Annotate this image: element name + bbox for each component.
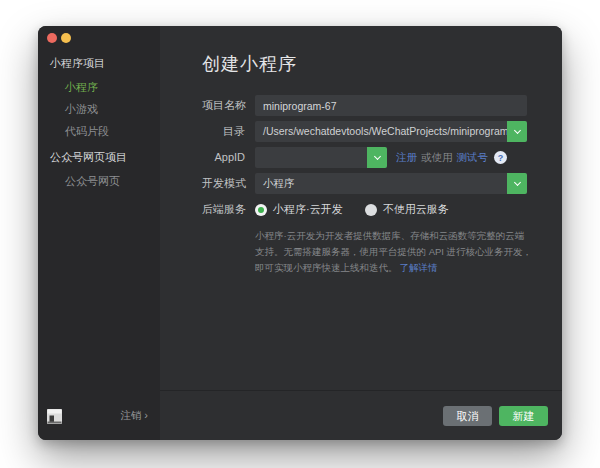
appid-label: AppID <box>202 147 255 168</box>
register-link[interactable]: 注册 <box>396 151 417 165</box>
directory-dropdown-button[interactable] <box>507 121 527 142</box>
project-name-row: 项目名称 <box>202 95 562 116</box>
project-type-nav: 小程序项目 小程序 小游戏 代码片段 公众号网页项目 公众号网页 <box>38 26 160 189</box>
dialog-footer: 取消 新建 <box>160 390 562 440</box>
dev-mode-dropdown-button[interactable] <box>507 173 527 194</box>
or-use-text: 或使用 <box>421 151 453 165</box>
create-miniprogram-window: 小程序项目 小程序 小游戏 代码片段 公众号网页项目 公众号网页 注销 › <box>38 26 562 440</box>
appid-select[interactable] <box>255 147 387 168</box>
help-icon[interactable]: ? <box>494 151 507 164</box>
create-button[interactable]: 新建 <box>499 406 548 426</box>
minimize-window-button[interactable] <box>61 33 71 43</box>
sidebar-section-miniprogram-projects: 小程序项目 <box>50 56 160 71</box>
sidebar-section-official-account-projects: 公众号网页项目 <box>50 150 160 165</box>
appid-links: 注册 或使用 测试号 ? <box>396 151 507 165</box>
directory-label: 目录 <box>202 121 255 142</box>
sidebar-item-miniprogram[interactable]: 小程序 <box>65 80 160 95</box>
directory-row: 目录 /Users/wechatdevtools/WeChatProjects/… <box>202 121 562 142</box>
radio-unselected-icon <box>365 204 377 216</box>
page-title: 创建小程序 <box>202 51 562 77</box>
create-form-panel: 创建小程序 项目名称 目录 /Users/wechatdevtools/WeCh… <box>160 26 562 390</box>
radio-cloud-dev[interactable]: 小程序·云开发 <box>255 202 343 217</box>
learn-more-link[interactable]: 了解详情 <box>400 262 438 273</box>
backend-service-row: 后端服务 小程序·云开发 不使用云服务 <box>202 199 562 220</box>
appid-dropdown-button[interactable] <box>367 147 387 168</box>
chevron-down-icon <box>513 179 520 186</box>
appid-row: AppID 注册 或使用 测试号 ? <box>202 147 562 168</box>
create-miniprogram-form: 项目名称 目录 /Users/wechatdevtools/WeChatProj… <box>202 95 562 276</box>
window-controls <box>47 33 71 43</box>
radio-cloud-dev-label: 小程序·云开发 <box>273 202 343 217</box>
backend-service-options: 小程序·云开发 不使用云服务 <box>255 199 449 220</box>
appid-value <box>255 147 367 168</box>
cancel-button[interactable]: 取消 <box>443 406 492 426</box>
logout-button[interactable]: 注销 › <box>120 409 148 423</box>
desktop-background: 小程序项目 小程序 小游戏 代码片段 公众号网页项目 公众号网页 注销 › <box>0 0 600 468</box>
chevron-right-icon: › <box>144 409 148 421</box>
sidebar-footer: 注销 › <box>38 392 160 440</box>
close-window-button[interactable] <box>47 33 57 43</box>
sidebar-item-code-snippet[interactable]: 代码片段 <box>65 124 160 139</box>
sidebar-item-minigame[interactable]: 小游戏 <box>65 102 160 117</box>
radio-no-cloud-label: 不使用云服务 <box>383 202 449 217</box>
chevron-down-icon <box>373 153 380 160</box>
radio-selected-icon <box>255 204 267 216</box>
chevron-down-icon <box>513 127 520 134</box>
dev-mode-row: 开发模式 小程序 <box>202 173 562 194</box>
avatar-image <box>47 409 62 424</box>
radio-no-cloud[interactable]: 不使用云服务 <box>365 202 449 217</box>
project-name-label: 项目名称 <box>202 95 255 116</box>
cloud-dev-description: 小程序·云开发为开发者提供数据库、存储和云函数等完整的云端支持。无需搭建服务器，… <box>255 228 533 276</box>
backend-description-row: 小程序·云开发为开发者提供数据库、存储和云函数等完整的云端支持。无需搭建服务器，… <box>202 225 562 276</box>
dev-mode-label: 开发模式 <box>202 173 255 194</box>
directory-select[interactable]: /Users/wechatdevtools/WeChatProjects/min… <box>255 121 527 142</box>
dev-mode-value: 小程序 <box>255 173 507 194</box>
sidebar: 小程序项目 小程序 小游戏 代码片段 公众号网页项目 公众号网页 注销 › <box>38 26 160 440</box>
backend-service-label: 后端服务 <box>202 199 255 220</box>
sidebar-item-official-account-web[interactable]: 公众号网页 <box>65 174 160 189</box>
dev-mode-select[interactable]: 小程序 <box>255 173 527 194</box>
project-name-input[interactable] <box>255 95 527 116</box>
user-avatar[interactable] <box>47 409 62 424</box>
cloud-dev-description-text: 小程序·云开发为开发者提供数据库、存储和云函数等完整的云端支持。无需搭建服务器，… <box>255 230 532 273</box>
test-account-link[interactable]: 测试号 <box>457 151 489 165</box>
directory-value: /Users/wechatdevtools/WeChatProjects/min… <box>255 121 507 142</box>
logout-label: 注销 <box>120 409 141 421</box>
main-panel: 创建小程序 项目名称 目录 /Users/wechatdevtools/WeCh… <box>160 26 562 440</box>
